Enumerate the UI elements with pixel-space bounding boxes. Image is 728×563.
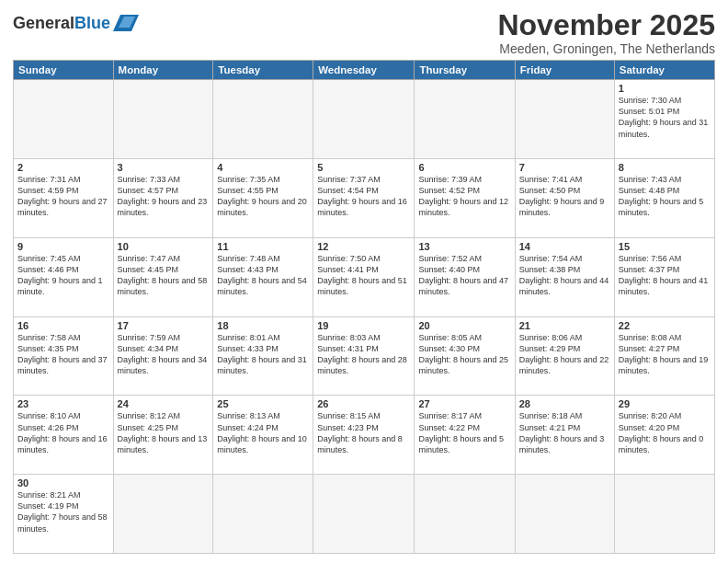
- calendar-cell: 25Sunrise: 8:13 AM Sunset: 4:24 PM Dayli…: [213, 396, 313, 475]
- day-number: 6: [418, 162, 510, 173]
- day-info: Sunrise: 7:58 AM Sunset: 4:35 PM Dayligh…: [17, 332, 109, 377]
- day-number: 7: [519, 162, 610, 173]
- day-number: 16: [17, 320, 109, 331]
- calendar-cell: 5Sunrise: 7:37 AM Sunset: 4:54 PM Daylig…: [313, 158, 415, 237]
- calendar-cell: 27Sunrise: 8:17 AM Sunset: 4:22 PM Dayli…: [415, 396, 515, 475]
- day-number: 25: [217, 398, 309, 409]
- calendar-cell: 29Sunrise: 8:20 AM Sunset: 4:20 PM Dayli…: [614, 396, 714, 475]
- calendar-cell: 19Sunrise: 8:03 AM Sunset: 4:31 PM Dayli…: [313, 316, 415, 396]
- day-number: 1: [619, 83, 711, 94]
- logo-general-text: General: [13, 14, 74, 33]
- title-area: November 2025 Meeden, Groningen, The Net…: [497, 9, 715, 56]
- day-info: Sunrise: 7:43 AM Sunset: 4:48 PM Dayligh…: [619, 174, 711, 219]
- calendar-cell: 26Sunrise: 8:15 AM Sunset: 4:23 PM Dayli…: [313, 396, 415, 475]
- calendar-week-row: 9Sunrise: 7:45 AM Sunset: 4:46 PM Daylig…: [14, 237, 715, 316]
- day-info: Sunrise: 7:33 AM Sunset: 4:57 PM Dayligh…: [118, 174, 210, 219]
- col-thursday: Thursday: [415, 61, 515, 80]
- calendar-cell: [515, 80, 614, 159]
- day-info: Sunrise: 7:41 AM Sunset: 4:50 PM Dayligh…: [519, 174, 610, 219]
- calendar-cell: 20Sunrise: 8:05 AM Sunset: 4:30 PM Dayli…: [415, 316, 515, 396]
- day-info: Sunrise: 8:06 AM Sunset: 4:29 PM Dayligh…: [519, 332, 610, 377]
- calendar-cell: 21Sunrise: 8:06 AM Sunset: 4:29 PM Dayli…: [515, 316, 614, 396]
- day-number: 24: [118, 398, 210, 409]
- logo-blue-text: Blue: [74, 14, 110, 33]
- calendar-cell: [415, 80, 515, 159]
- page: General Blue November 2025 Meeden, Groni…: [0, 0, 728, 563]
- day-info: Sunrise: 7:54 AM Sunset: 4:38 PM Dayligh…: [519, 253, 610, 298]
- day-info: Sunrise: 8:20 AM Sunset: 4:20 PM Dayligh…: [619, 410, 711, 455]
- day-info: Sunrise: 8:18 AM Sunset: 4:21 PM Dayligh…: [519, 410, 610, 455]
- col-sunday: Sunday: [14, 61, 114, 80]
- day-number: 2: [17, 162, 109, 173]
- day-info: Sunrise: 8:21 AM Sunset: 4:19 PM Dayligh…: [17, 489, 109, 534]
- calendar-cell: 2Sunrise: 7:31 AM Sunset: 4:59 PM Daylig…: [14, 158, 114, 237]
- calendar-cell: 13Sunrise: 7:52 AM Sunset: 4:40 PM Dayli…: [415, 237, 515, 316]
- day-number: 14: [519, 241, 610, 252]
- day-number: 18: [217, 320, 309, 331]
- calendar-cell: 16Sunrise: 7:58 AM Sunset: 4:35 PM Dayli…: [14, 316, 114, 396]
- day-number: 19: [317, 320, 410, 331]
- calendar-cell: [213, 80, 313, 159]
- day-number: 22: [619, 320, 711, 331]
- day-number: 10: [118, 241, 210, 252]
- day-info: Sunrise: 7:59 AM Sunset: 4:34 PM Dayligh…: [118, 332, 210, 377]
- day-number: 17: [118, 320, 210, 331]
- day-number: 3: [118, 162, 210, 173]
- day-info: Sunrise: 7:50 AM Sunset: 4:41 PM Dayligh…: [317, 253, 410, 298]
- day-number: 21: [519, 320, 610, 331]
- day-info: Sunrise: 8:10 AM Sunset: 4:26 PM Dayligh…: [17, 410, 109, 455]
- day-number: 8: [619, 162, 711, 173]
- day-number: 29: [619, 398, 711, 409]
- calendar-cell: 11Sunrise: 7:48 AM Sunset: 4:43 PM Dayli…: [213, 237, 313, 316]
- calendar-week-row: 2Sunrise: 7:31 AM Sunset: 4:59 PM Daylig…: [14, 158, 715, 237]
- col-friday: Friday: [515, 61, 614, 80]
- calendar-cell: [515, 475, 614, 554]
- day-number: 20: [418, 320, 510, 331]
- calendar: Sunday Monday Tuesday Wednesday Thursday…: [13, 60, 715, 554]
- day-info: Sunrise: 7:37 AM Sunset: 4:54 PM Dayligh…: [317, 174, 410, 219]
- logo-area: General Blue: [13, 9, 139, 33]
- subtitle: Meeden, Groningen, The Netherlands: [497, 41, 715, 56]
- day-info: Sunrise: 8:12 AM Sunset: 4:25 PM Dayligh…: [118, 410, 210, 455]
- day-number: 9: [17, 241, 109, 252]
- calendar-week-row: 23Sunrise: 8:10 AM Sunset: 4:26 PM Dayli…: [14, 396, 715, 475]
- calendar-cell: 24Sunrise: 8:12 AM Sunset: 4:25 PM Dayli…: [113, 396, 213, 475]
- day-info: Sunrise: 7:45 AM Sunset: 4:46 PM Dayligh…: [17, 253, 109, 298]
- calendar-cell: 28Sunrise: 8:18 AM Sunset: 4:21 PM Dayli…: [515, 396, 614, 475]
- calendar-cell: 15Sunrise: 7:56 AM Sunset: 4:37 PM Dayli…: [614, 237, 714, 316]
- calendar-cell: 4Sunrise: 7:35 AM Sunset: 4:55 PM Daylig…: [213, 158, 313, 237]
- day-number: 27: [418, 398, 510, 409]
- calendar-cell: [313, 475, 415, 554]
- day-number: 5: [317, 162, 410, 173]
- day-info: Sunrise: 7:48 AM Sunset: 4:43 PM Dayligh…: [217, 253, 309, 298]
- calendar-cell: [415, 475, 515, 554]
- day-info: Sunrise: 8:17 AM Sunset: 4:22 PM Dayligh…: [418, 410, 510, 455]
- logo: General Blue: [13, 13, 139, 33]
- calendar-week-row: 1Sunrise: 7:30 AM Sunset: 5:01 PM Daylig…: [14, 80, 715, 159]
- col-tuesday: Tuesday: [213, 61, 313, 80]
- day-info: Sunrise: 7:30 AM Sunset: 5:01 PM Dayligh…: [619, 95, 711, 140]
- day-info: Sunrise: 7:47 AM Sunset: 4:45 PM Dayligh…: [118, 253, 210, 298]
- calendar-cell: 8Sunrise: 7:43 AM Sunset: 4:48 PM Daylig…: [614, 158, 714, 237]
- calendar-cell: [113, 475, 213, 554]
- logo-icon: [113, 13, 139, 33]
- day-info: Sunrise: 7:31 AM Sunset: 4:59 PM Dayligh…: [17, 174, 109, 219]
- calendar-cell: 7Sunrise: 7:41 AM Sunset: 4:50 PM Daylig…: [515, 158, 614, 237]
- calendar-week-row: 30Sunrise: 8:21 AM Sunset: 4:19 PM Dayli…: [14, 475, 715, 554]
- day-info: Sunrise: 7:52 AM Sunset: 4:40 PM Dayligh…: [418, 253, 510, 298]
- calendar-cell: 23Sunrise: 8:10 AM Sunset: 4:26 PM Dayli…: [14, 396, 114, 475]
- calendar-cell: 12Sunrise: 7:50 AM Sunset: 4:41 PM Dayli…: [313, 237, 415, 316]
- day-info: Sunrise: 7:35 AM Sunset: 4:55 PM Dayligh…: [217, 174, 309, 219]
- calendar-cell: [213, 475, 313, 554]
- day-info: Sunrise: 8:01 AM Sunset: 4:33 PM Dayligh…: [217, 332, 309, 377]
- calendar-cell: 22Sunrise: 8:08 AM Sunset: 4:27 PM Dayli…: [614, 316, 714, 396]
- day-number: 11: [217, 241, 309, 252]
- calendar-cell: 6Sunrise: 7:39 AM Sunset: 4:52 PM Daylig…: [415, 158, 515, 237]
- day-info: Sunrise: 7:39 AM Sunset: 4:52 PM Dayligh…: [418, 174, 510, 219]
- day-number: 4: [217, 162, 309, 173]
- day-number: 28: [519, 398, 610, 409]
- day-info: Sunrise: 8:08 AM Sunset: 4:27 PM Dayligh…: [619, 332, 711, 377]
- calendar-cell: 18Sunrise: 8:01 AM Sunset: 4:33 PM Dayli…: [213, 316, 313, 396]
- calendar-cell: 30Sunrise: 8:21 AM Sunset: 4:19 PM Dayli…: [14, 475, 114, 554]
- day-number: 13: [418, 241, 510, 252]
